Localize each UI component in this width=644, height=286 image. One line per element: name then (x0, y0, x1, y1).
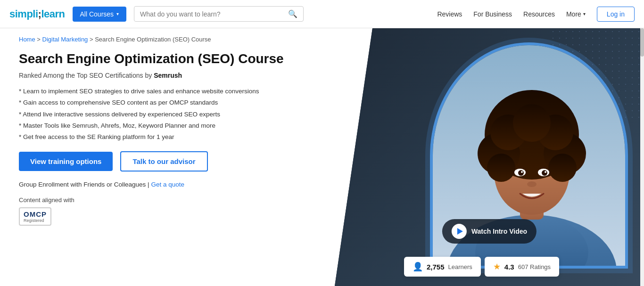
breadcrumb-sep1: > (37, 36, 42, 43)
learners-label: Learners (448, 263, 472, 270)
breadcrumb-sep2: > (90, 36, 93, 43)
more-chevron-icon: ▾ (583, 11, 586, 16)
cta-buttons: View training options Talk to our adviso… (19, 151, 316, 172)
stats-bar: 👤 2,755 Learners ★ 4.3 607 Ratings (404, 257, 559, 277)
breadcrumb-home[interactable]: Home (19, 36, 35, 43)
breadcrumb-current: Search Engine Optimization (SEO) Course (95, 36, 211, 43)
scrollbar-thumb[interactable] (640, 28, 644, 57)
ratings-count: 607 Ratings (518, 263, 551, 270)
nav-links: Reviews For Business Resources More ▾ Lo… (437, 7, 635, 22)
nav-link-resources[interactable]: Resources (523, 10, 555, 18)
bullet-3: * Attend live interactive sessions deliv… (19, 110, 316, 119)
scrollbar-track (640, 28, 644, 286)
bullet-1: * Learn to implement SEO strategies to d… (19, 87, 316, 96)
breadcrumb: Home > Digital Marketing > Search Engine… (19, 36, 316, 43)
play-icon (452, 224, 467, 239)
bullet-2: * Gain access to comprehensive SEO conte… (19, 98, 316, 107)
group-enrollment: Group Enrollment with Friends or Colleag… (19, 181, 316, 188)
svg-point-12 (548, 154, 577, 182)
star-icon: ★ (493, 261, 501, 272)
omcp-label: OMCP (24, 210, 47, 218)
subtitle-brand: Semrush (154, 72, 182, 79)
svg-point-17 (521, 171, 523, 173)
all-courses-button[interactable]: All Courses ▾ (73, 7, 127, 22)
bullet-5: * Get free access to the SE Ranking plat… (19, 132, 316, 142)
course-bullets: * Learn to implement SEO strategies to d… (19, 87, 316, 142)
subtitle-prefix: Ranked Among the Top SEO Certifications … (19, 72, 154, 79)
watch-intro-label: Watch Intro Video (471, 228, 527, 235)
omcp-registered: Registered (24, 218, 47, 223)
ratings-card: ★ 4.3 607 Ratings (485, 257, 559, 277)
all-courses-label: All Courses (80, 10, 114, 18)
logo[interactable]: simpli;learn (9, 8, 65, 20)
svg-point-10 (513, 104, 551, 142)
learners-count: 2,755 (427, 263, 445, 271)
hero-section: Watch Intro Video 👤 2,755 Learners ★ 4.3… (335, 28, 644, 286)
main-container: Home > Digital Marketing > Search Engine… (0, 28, 644, 286)
rating-value: 4.3 (504, 263, 514, 271)
bullet-4: * Master Tools like Semrush, Ahrefs, Moz… (19, 121, 316, 131)
chevron-down-icon: ▾ (116, 11, 119, 16)
group-enroll-text: Group Enrollment with Friends or Colleag… (19, 181, 151, 188)
course-title: Search Engine Optimization (SEO) Course (19, 50, 316, 67)
svg-point-16 (542, 170, 547, 176)
view-training-button[interactable]: View training options (19, 152, 113, 171)
search-bar: 🔍 (134, 6, 304, 22)
svg-point-11 (487, 154, 515, 182)
watch-intro-button[interactable]: Watch Intro Video (442, 219, 537, 244)
nav-link-for-business[interactable]: For Business (473, 10, 512, 18)
search-icon[interactable]: 🔍 (288, 9, 297, 18)
svg-point-18 (545, 171, 546, 173)
course-subtitle: Ranked Among the Top SEO Certifications … (19, 72, 316, 79)
learners-card: 👤 2,755 Learners (404, 257, 481, 277)
play-triangle (457, 228, 462, 235)
get-quote-link[interactable]: Get a quote (151, 181, 184, 188)
breadcrumb-category[interactable]: Digital Marketing (42, 36, 88, 43)
search-input[interactable] (140, 10, 284, 18)
nav-link-reviews[interactable]: Reviews (437, 10, 462, 18)
svg-point-19 (527, 181, 537, 187)
nav-link-more[interactable]: More ▾ (566, 10, 586, 18)
learners-icon: 👤 (413, 261, 423, 272)
logo-part2: learn (41, 8, 65, 20)
omcp-badge: OMCP Registered (19, 207, 51, 226)
navbar: simpli;learn All Courses ▾ 🔍 Reviews For… (0, 0, 644, 28)
login-button[interactable]: Log in (597, 7, 635, 22)
talk-to-advisor-button[interactable]: Talk to our advisor (120, 151, 207, 172)
content-aligned-label: Content aligned with (19, 196, 316, 204)
left-content: Home > Digital Marketing > Search Engine… (0, 28, 335, 286)
logo-part1: simpli (9, 8, 38, 20)
svg-point-15 (518, 170, 524, 176)
